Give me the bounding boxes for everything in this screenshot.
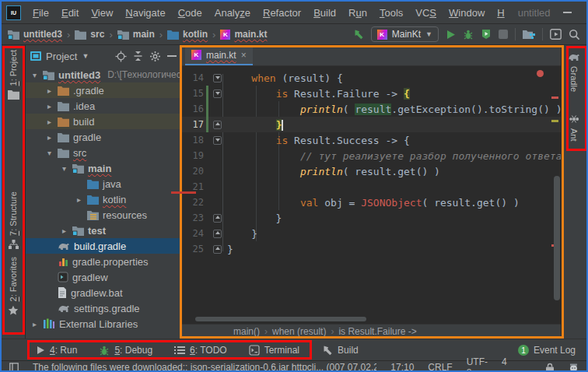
line-number[interactable]: 22: [182, 197, 204, 208]
line-number[interactable]: 23: [182, 212, 204, 223]
run-anything-icon[interactable]: [550, 29, 562, 40]
code-line-18[interactable]: 18 is Result.Success -> {: [182, 132, 561, 148]
fold-gutter[interactable]: [212, 104, 222, 114]
line-number[interactable]: 14: [182, 72, 204, 83]
debug-bug-icon[interactable]: [463, 29, 474, 40]
line-number[interactable]: 24: [182, 228, 204, 239]
menu-h[interactable]: H: [492, 5, 509, 20]
code-area[interactable]: 14 when (result) {15 is Result.Failure -…: [182, 66, 561, 325]
horizontal-scrollbar[interactable]: [195, 317, 366, 321]
code-line-17[interactable]: 17 }: [182, 117, 561, 132]
tree-closed-arrow-icon[interactable]: ▸: [45, 102, 54, 111]
fold-open-icon[interactable]: [213, 136, 222, 145]
hector-inspector-icon[interactable]: [569, 363, 579, 372]
code-breadcrumb-1[interactable]: when (result): [272, 326, 326, 337]
code-line-20[interactable]: 20 println( result.get() ): [182, 163, 561, 179]
run-icon[interactable]: [446, 30, 456, 40]
tree-item-src[interactable]: ▾src: [26, 145, 181, 160]
line-number[interactable]: 19: [182, 150, 204, 161]
code-line-14[interactable]: 14 when (result) {: [182, 70, 561, 86]
tree-item-gradle[interactable]: ▸gradle: [26, 129, 181, 145]
tool-stripe-7-structure[interactable]: 7: Structure: [2, 191, 25, 250]
maximize-button[interactable]: [585, 2, 588, 23]
build-hammer-icon[interactable]: [352, 29, 364, 40]
fold-gutter[interactable]: [212, 120, 222, 130]
fold-gutter[interactable]: [212, 213, 222, 223]
tab-main-kt[interactable]: K main.kt ×: [185, 46, 253, 65]
nav-crumb-main[interactable]: main: [117, 29, 155, 40]
nav-crumb-src[interactable]: src: [75, 29, 104, 40]
minimize-button[interactable]: [551, 2, 585, 23]
code-line-21[interactable]: 21: [182, 179, 561, 195]
tree-open-arrow-icon[interactable]: ▾: [45, 149, 54, 157]
toolbar-terminal[interactable]: Terminal: [249, 345, 299, 356]
menu-vcs[interactable]: VCS: [410, 5, 442, 20]
tree-closed-arrow-icon[interactable]: ▸: [45, 118, 54, 126]
run-with-coverage-icon[interactable]: [481, 29, 492, 40]
tree-item-gradlew[interactable]: gradlew: [26, 269, 181, 285]
line-number[interactable]: 16: [182, 104, 204, 114]
fold-open-icon[interactable]: [213, 89, 222, 98]
lock-icon[interactable]: [545, 363, 555, 372]
menu-analyze[interactable]: Analyze: [209, 5, 256, 20]
nav-crumb-kotlin[interactable]: kotlin: [167, 29, 208, 40]
line-number[interactable]: 18: [182, 135, 204, 146]
code-line-25[interactable]: 25}: [182, 241, 561, 257]
tool-stripe-1-project[interactable]: 1: Project: [2, 50, 25, 100]
fold-gutter[interactable]: [212, 151, 222, 161]
line-number[interactable]: 21: [182, 181, 204, 192]
code-line-19[interactable]: 19 // тут реализуете разбор полученного …: [182, 148, 561, 163]
nav-crumb-main-kt[interactable]: Kmain.kt: [220, 29, 267, 40]
tree-item-build[interactable]: ▸build: [26, 114, 181, 129]
tool-stripe-gradle[interactable]: Gradle: [562, 51, 586, 92]
line-number[interactable]: 15: [182, 88, 204, 99]
tree-closed-arrow-icon[interactable]: ▸: [60, 226, 68, 235]
collapse-all-icon[interactable]: [133, 51, 143, 61]
toolbar-5-debug[interactable]: 5: Debug: [99, 345, 152, 356]
menu-file[interactable]: File: [27, 5, 54, 20]
menu-tools[interactable]: Tools: [374, 5, 408, 20]
fold-close-icon[interactable]: [213, 214, 222, 223]
toolbar-4-run[interactable]: 4: Run: [36, 345, 77, 356]
settings-gear-icon[interactable]: [149, 51, 161, 62]
indent-setting[interactable]: 4 spaces: [502, 356, 531, 372]
tool-stripe-2-favorites[interactable]: 2: Favorites: [2, 257, 25, 316]
code-line-16[interactable]: 16 println( result.getException().toStri…: [182, 101, 561, 117]
line-number[interactable]: 20: [182, 166, 204, 177]
tree-item-java[interactable]: java: [26, 176, 181, 191]
project-panel-title[interactable]: Project: [46, 51, 77, 62]
tree-item-external-libraries[interactable]: ▸External Libraries: [26, 316, 181, 332]
menu-window[interactable]: Window: [443, 5, 490, 20]
tree-closed-arrow-icon[interactable]: ▸: [75, 195, 83, 204]
tree-item-build-gradle[interactable]: build.gradle: [26, 238, 181, 254]
code-line-22[interactable]: 22 val obj = JSONObject( result.get() ): [182, 195, 561, 210]
tree-closed-arrow-icon[interactable]: ▸: [30, 320, 39, 328]
line-separator[interactable]: CRLF: [428, 362, 452, 372]
tree-closed-arrow-icon[interactable]: ▸: [45, 86, 54, 95]
fold-gutter[interactable]: [212, 135, 222, 146]
close-tab-icon[interactable]: ×: [241, 50, 247, 61]
fold-close-icon[interactable]: [213, 245, 222, 254]
menu-build[interactable]: Build: [308, 5, 341, 20]
fold-close-icon[interactable]: [213, 230, 222, 238]
fold-gutter[interactable]: [212, 229, 222, 239]
caret-position[interactable]: 17:10: [390, 362, 414, 372]
menu-run[interactable]: Run: [343, 5, 373, 20]
tree-item-gradle[interactable]: ▸.gradle: [26, 82, 181, 98]
search-everywhere-icon[interactable]: [569, 29, 580, 40]
tree-closed-arrow-icon[interactable]: ▸: [45, 133, 54, 142]
tree-item-gradle-properties[interactable]: gradle.properties: [26, 254, 181, 269]
line-number[interactable]: 17: [182, 119, 204, 130]
menu-code[interactable]: Code: [173, 5, 208, 20]
tree-item-main[interactable]: ▾main: [26, 160, 181, 176]
locate-icon[interactable]: [115, 51, 127, 62]
fold-gutter[interactable]: [212, 182, 222, 192]
tree-item-test[interactable]: ▸test: [26, 223, 181, 238]
tree-item-resources[interactable]: resources: [26, 207, 181, 223]
tree-item-untitled3[interactable]: ▾untitled3D:\[Технологический: [26, 67, 181, 82]
fold-gutter[interactable]: [212, 167, 222, 177]
tree-open-arrow-icon[interactable]: ▾: [30, 71, 39, 79]
project-folders-icon[interactable]: [523, 30, 535, 40]
tool-stripe-ant[interactable]: Ant: [562, 114, 586, 142]
code-line-15[interactable]: 15 is Result.Failure -> {: [182, 86, 561, 101]
